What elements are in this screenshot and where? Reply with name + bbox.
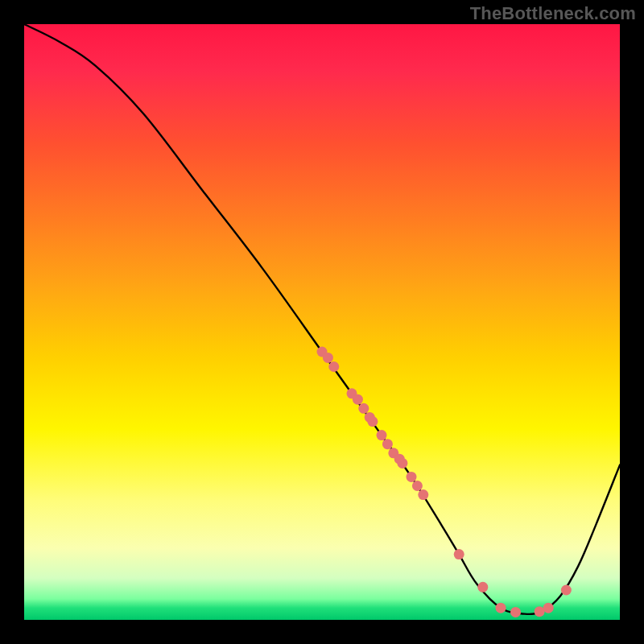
data-point	[353, 394, 363, 405]
data-point	[382, 439, 393, 449]
data-point	[543, 603, 554, 613]
data-point	[418, 489, 428, 500]
data-point	[496, 603, 506, 613]
data-point	[412, 481, 423, 491]
plot-area	[24, 24, 620, 620]
data-point	[454, 549, 464, 559]
data-point	[477, 582, 488, 592]
data-point	[510, 607, 521, 617]
data-point	[535, 606, 545, 617]
data-point	[407, 472, 417, 482]
data-point	[367, 416, 378, 427]
chart-svg	[24, 24, 620, 620]
data-point	[377, 430, 387, 440]
data-point	[561, 585, 572, 596]
watermark-text: TheBottleneck.com	[470, 3, 636, 24]
data-point	[358, 403, 369, 414]
data-point	[328, 361, 339, 372]
data-point	[397, 458, 407, 469]
bottleneck-curve	[24, 24, 620, 614]
chart-frame: TheBottleneck.com	[0, 0, 644, 644]
data-point	[323, 353, 333, 363]
data-points-group	[317, 347, 572, 617]
